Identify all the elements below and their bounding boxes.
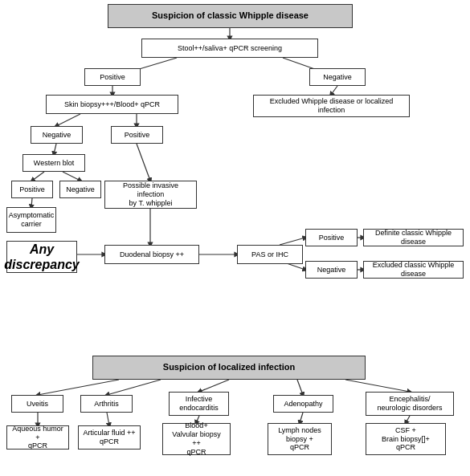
diagram-container: Suspicion of classic Whipple diseaseStoo… [0, 0, 470, 476]
box-label-b7: Negative [43, 131, 72, 140]
svg-line-20 [107, 380, 161, 395]
box-label-b11: Negative [66, 185, 95, 194]
box-b24: Infective endocarditis [169, 392, 229, 416]
box-b1: Suspicion of classic Whipple disease [108, 4, 353, 28]
box-label-b22: Uveitis [27, 400, 48, 409]
box-label-b5: Skin biopsy+++/Blood+ qPCR [64, 100, 160, 109]
box-b30: Lymph nodes biopsy + qPCR [268, 423, 332, 455]
box-b20: Excluded classic Whipple disease [363, 261, 464, 279]
svg-line-10 [31, 198, 32, 207]
box-b26: Encephalitis/ neurologic disorders [366, 392, 454, 416]
box-label-b19: Definite classic Whipple disease [368, 229, 459, 246]
box-b27: Aqueous humor + qPCR [6, 425, 69, 450]
box-label-b31: CSF + Brain biopsy[]+ qPCR [382, 426, 430, 452]
box-label-b17: Positive [319, 234, 345, 242]
box-label-b2: Stool++/saliva+ qPCR screening [178, 44, 282, 53]
box-label-b4: Negative [323, 73, 352, 82]
box-label-b15: Duodenal biopsy ++ [120, 250, 184, 259]
svg-line-21 [199, 380, 229, 392]
box-label-b30: Lymph nodes biopsy + qPCR [278, 426, 321, 452]
box-label-b20: Excluded classic Whipple disease [368, 261, 459, 279]
box-b18: Negative [305, 261, 358, 279]
svg-line-7 [54, 144, 56, 154]
box-b23: Arthritis [80, 395, 133, 413]
box-b21: Suspicion of localized infection [92, 356, 366, 380]
box-b3: Positive [84, 68, 141, 86]
svg-line-4 [331, 86, 337, 95]
box-b13: Possible invasive infection by T. whippl… [104, 181, 197, 209]
box-b14: Any discrepancy [6, 241, 77, 273]
box-label-b25: Adenopathy [284, 400, 322, 409]
box-b15: Duodenal biopsy ++ [104, 245, 199, 264]
svg-line-22 [297, 380, 303, 395]
box-b25: Adenopathy [273, 395, 333, 413]
svg-line-25 [107, 413, 109, 425]
box-b31: CSF + Brain biopsy[]+ qPCR [366, 423, 446, 455]
svg-line-5 [56, 114, 80, 126]
box-label-b24: Infective endocarditis [179, 395, 219, 413]
svg-line-28 [406, 416, 410, 423]
box-b19: Definite classic Whipple disease [363, 229, 464, 246]
box-label-b1: Suspicion of classic Whipple disease [152, 10, 309, 21]
box-label-b21: Suspicion of localized infection [163, 362, 295, 372]
box-b22: Uveitis [11, 395, 63, 413]
box-b17: Positive [305, 229, 358, 246]
box-b5: Skin biopsy+++/Blood+ qPCR [46, 95, 178, 114]
box-b8: Positive [111, 126, 163, 144]
box-b28: Articular fluid ++ qPCR [78, 425, 141, 450]
svg-line-9 [63, 172, 80, 181]
box-label-b10: Positive [19, 185, 45, 194]
box-label-b6: Excluded Whipple disease or localized in… [258, 97, 405, 115]
svg-line-15 [280, 238, 305, 245]
box-label-b12: Asymptomatic carrier [9, 211, 55, 229]
box-b12: Asymptomatic carrier [6, 207, 56, 233]
box-label-b28: Articular fluid ++ qPCR [83, 429, 135, 446]
box-label-b8: Positive [125, 131, 150, 140]
box-b7: Negative [31, 126, 83, 144]
svg-line-23 [345, 380, 410, 392]
svg-line-8 [32, 172, 44, 181]
box-label-b18: Negative [317, 266, 346, 275]
box-b16: PAS or IHC [237, 245, 303, 264]
svg-line-11 [137, 144, 150, 181]
svg-line-19 [38, 380, 119, 395]
box-b11: Negative [59, 181, 101, 198]
box-b29: Blood+ Valvular biopsy ++ qPCR [162, 423, 231, 455]
box-label-b13: Possible invasive infection by T. whippl… [109, 181, 192, 207]
box-b2: Stool++/saliva+ qPCR screening [141, 39, 318, 58]
svg-line-27 [300, 413, 303, 423]
box-label-b14: Any discrepancy [4, 242, 79, 272]
box-label-b29: Blood+ Valvular biopsy ++ qPCR [167, 421, 226, 456]
box-label-b26: Encephalitis/ neurologic disorders [377, 395, 442, 413]
box-label-b16: PAS or IHC [251, 250, 288, 259]
box-label-b9: Western blot [34, 159, 74, 168]
box-b6: Excluded Whipple disease or localized in… [253, 95, 410, 117]
box-b9: Western blot [22, 154, 85, 172]
box-label-b27: Aqueous humor + qPCR [11, 425, 64, 450]
box-label-b23: Arthritis [94, 400, 119, 409]
box-b4: Negative [309, 68, 366, 86]
box-label-b3: Positive [100, 73, 125, 82]
box-b10: Positive [11, 181, 53, 198]
